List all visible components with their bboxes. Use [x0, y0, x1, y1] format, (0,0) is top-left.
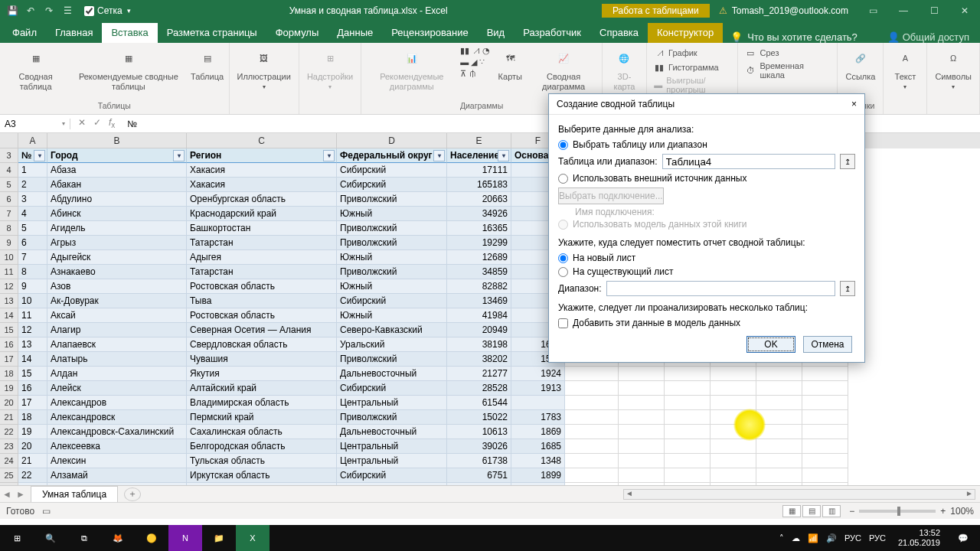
scatter-chart-icon[interactable]: ∵ [479, 57, 485, 67]
row-head[interactable]: 18 [0, 367, 18, 381]
row-head[interactable]: 3 [0, 148, 18, 163]
row-head[interactable]: 21 [0, 410, 18, 425]
chart-type-gallery[interactable]: ▮▮⩘◔ ▬◢∵ ⊼⫛ [460, 44, 490, 79]
area-chart-icon[interactable]: ◢ [471, 57, 477, 67]
filter-icon[interactable]: ▾ [433, 150, 445, 161]
addins-button[interactable]: ⊞Надстройки▾ [304, 44, 356, 92]
row-head[interactable]: 14 [0, 308, 18, 323]
fx-icon[interactable]: fx [109, 117, 115, 129]
task-view-icon[interactable]: ⧉ [67, 525, 101, 551]
zoom-out-icon[interactable]: − [849, 506, 854, 517]
row-head[interactable]: 20 [0, 396, 18, 410]
collapse-dialog-icon[interactable]: ↥ [840, 281, 855, 296]
row-head[interactable]: 25 [0, 468, 18, 483]
undo-icon[interactable]: ↶ [23, 3, 38, 18]
table-button[interactable]: ▤Таблица [191, 44, 224, 83]
pivot-table-button[interactable]: ▦Сводная таблица [5, 44, 67, 93]
view-page-layout-icon[interactable]: ▤ [802, 505, 821, 517]
tray-onedrive-icon[interactable]: ☁ [792, 533, 800, 543]
tab-file[interactable]: Файл [3, 23, 46, 43]
tab-formulas[interactable]: Формулы [266, 23, 328, 43]
row-head[interactable]: 11 [0, 265, 18, 279]
ribbon-options-icon[interactable]: ▭ [858, 0, 888, 21]
col-head[interactable]: B [47, 133, 187, 148]
illustrations-button[interactable]: 🖼Иллюстрации▾ [234, 44, 294, 92]
row-head[interactable]: 16 [0, 337, 18, 352]
symbols-button[interactable]: ΩСимволы▾ [932, 44, 975, 92]
view-page-break-icon[interactable]: ▥ [822, 505, 841, 517]
radio-existing-sheet[interactable]: На существующий лист [558, 265, 855, 279]
row-head[interactable]: 9 [0, 236, 18, 250]
tray-network-icon[interactable]: 📶 [808, 533, 818, 543]
gridlines-toggle[interactable]: Сетка ▾ [80, 5, 136, 16]
3d-map-button[interactable]: 🌐3D-карта [607, 44, 642, 93]
recommended-pivots-button[interactable]: ▦Рекомендуемые сводные таблицы [70, 44, 187, 93]
row-head[interactable]: 10 [0, 250, 18, 265]
sheet-tab[interactable]: Умная таблица [31, 486, 118, 502]
row-head[interactable]: 24 [0, 454, 18, 468]
row-head[interactable]: 15 [0, 323, 18, 337]
horizontal-scrollbar[interactable] [141, 489, 980, 500]
account-area[interactable]: ⚠ Tomash_2019@outlook.com [710, 5, 858, 16]
radio-new-sheet[interactable]: На новый лист [558, 251, 855, 265]
row-head[interactable]: 23 [0, 439, 18, 454]
touch-mode-icon[interactable]: ☰ [60, 3, 75, 18]
col-head[interactable]: C [187, 133, 337, 148]
zoom-level[interactable]: 100% [950, 506, 974, 517]
col-head[interactable]: D [337, 133, 447, 148]
gridlines-checkbox[interactable] [84, 6, 94, 16]
zoom-slider[interactable] [859, 510, 936, 513]
cancel-formula-icon[interactable]: ✕ [78, 117, 86, 129]
view-normal-icon[interactable]: ▦ [782, 505, 801, 517]
select-all-corner[interactable] [0, 133, 18, 148]
table-header[interactable]: Население▾ [447, 148, 511, 163]
start-button[interactable]: ⊞ [0, 525, 34, 551]
sheet-nav-prev[interactable]: ◄ [0, 489, 14, 500]
macro-record-icon[interactable]: ▭ [42, 506, 51, 517]
excel-icon[interactable]: X [236, 525, 270, 551]
col-head[interactable]: A [18, 133, 47, 148]
chevron-down-icon[interactable]: ▾ [62, 120, 65, 127]
row-head[interactable]: 17 [0, 352, 18, 367]
text-button[interactable]: AТекст▾ [888, 44, 922, 92]
system-tray[interactable]: ˄ ☁ 📶 🔊 РУС РУС [773, 533, 892, 543]
row-head[interactable]: 4 [0, 163, 18, 178]
sparkline-winloss-button[interactable]: ▬Выигрыш/проигрыш [652, 75, 733, 95]
tell-me-search[interactable]: 💡 Что вы хотите сделать? [723, 31, 865, 43]
tab-home[interactable]: Главная [46, 23, 102, 43]
chevron-down-icon[interactable]: ▾ [127, 7, 131, 15]
timeline-button[interactable]: ⏱Временная шкала [743, 60, 832, 80]
filter-icon[interactable]: ▾ [498, 150, 509, 161]
ok-button[interactable]: OK [746, 336, 795, 353]
radio-external-source[interactable]: Использовать внешний источник данных [558, 171, 855, 185]
bar-chart-icon[interactable]: ▬ [460, 57, 469, 67]
row-head[interactable]: 13 [0, 294, 18, 308]
sparkline-column-button[interactable]: ▮▮Гистограмма [652, 60, 720, 74]
search-icon[interactable]: 🔍 [34, 525, 67, 551]
tab-developer[interactable]: Разработчик [514, 23, 590, 43]
zoom-in-icon[interactable]: + [940, 506, 946, 517]
table-header[interactable]: Федеральный округ▾ [337, 148, 447, 163]
table-header[interactable]: Город▾ [47, 148, 187, 163]
name-box[interactable]: A3▾ [0, 119, 70, 129]
row-head[interactable]: 22 [0, 425, 18, 439]
onenote-icon[interactable]: N [168, 525, 202, 551]
line-chart-icon[interactable]: ⩘ [472, 46, 480, 56]
zoom-control[interactable]: − + 100% [849, 506, 974, 517]
sheet-nav-next[interactable]: ► [14, 489, 28, 500]
filter-icon[interactable]: ▾ [34, 150, 45, 161]
tray-chevron-up-icon[interactable]: ˄ [779, 533, 784, 543]
collapse-dialog-icon[interactable]: ↥ [840, 154, 855, 169]
row-head[interactable]: 19 [0, 381, 18, 396]
maps-button[interactable]: 🗺Карты [493, 44, 527, 83]
tab-review[interactable]: Рецензирование [382, 23, 477, 43]
redo-icon[interactable]: ↷ [41, 3, 57, 18]
filter-icon[interactable]: ▾ [173, 150, 185, 161]
tray-lang1[interactable]: РУС [844, 533, 861, 543]
location-input[interactable] [606, 281, 835, 296]
tab-data[interactable]: Данные [328, 23, 382, 43]
sparkline-line-button[interactable]: ⩘График [652, 46, 699, 60]
row-head[interactable]: 7 [0, 207, 18, 221]
slicer-button[interactable]: ▭Срез [743, 46, 780, 60]
range-input[interactable] [662, 154, 835, 169]
